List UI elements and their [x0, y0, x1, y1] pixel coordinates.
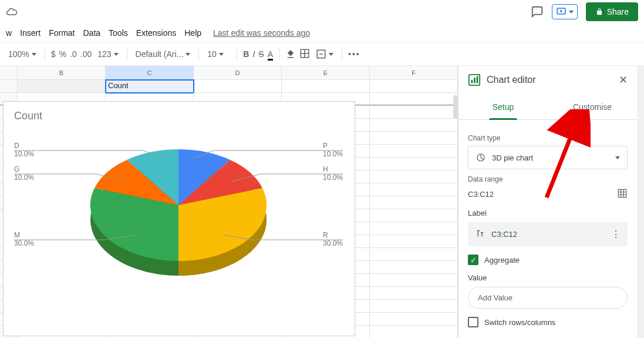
active-cell[interactable]: Count: [106, 80, 194, 93]
select-all-handle[interactable]: [0, 66, 18, 79]
data-range-value[interactable]: C3:C12: [468, 190, 494, 199]
menu-help[interactable]: Help: [184, 28, 201, 38]
close-icon[interactable]: ✕: [619, 73, 628, 86]
borders-button[interactable]: [299, 48, 310, 61]
data-range-label: Data range: [468, 175, 628, 183]
menu-tools[interactable]: Tools: [109, 28, 128, 38]
more-vert-icon[interactable]: ⋮: [611, 229, 621, 240]
currency-button[interactable]: $: [51, 49, 56, 59]
toolbar: 100% $ % .0 .00 123 Default (Ari... 10 B…: [0, 42, 644, 66]
merge-button[interactable]: [313, 48, 336, 61]
svg-line-9: [96, 174, 126, 182]
present-button[interactable]: [552, 4, 578, 19]
font-select[interactable]: Default (Ari...: [133, 48, 193, 60]
svg-line-13: [193, 150, 214, 158]
cloud-save-icon: [6, 6, 18, 18]
caret-down-icon: [329, 53, 333, 56]
caret-down-icon: [32, 53, 36, 56]
share-label: Share: [607, 7, 629, 16]
svg-line-15: [231, 174, 261, 182]
value-section: Value: [468, 273, 628, 282]
menu-format[interactable]: Format: [49, 28, 75, 38]
italic-button[interactable]: I: [252, 49, 255, 59]
menu-insert[interactable]: Insert: [20, 28, 41, 38]
pie-3d-icon: [476, 152, 486, 163]
caret-down-icon: [114, 53, 119, 56]
col-header[interactable]: F: [370, 66, 458, 79]
svg-line-7: [143, 150, 164, 158]
side-panel-gutter: [637, 66, 644, 338]
checkbox-checked-icon: ✓: [468, 255, 478, 265]
strike-button[interactable]: S: [258, 49, 264, 59]
menu-view[interactable]: w: [6, 28, 12, 38]
more-toolbar-button[interactable]: •••: [348, 49, 360, 59]
text-format-icon: [475, 228, 485, 240]
decrease-decimal-button[interactable]: .0: [70, 49, 77, 59]
svg-rect-21: [477, 76, 478, 83]
add-value-button[interactable]: Add Value: [468, 287, 628, 309]
switch-rows-cols-checkbox[interactable]: Switch rows/columns: [468, 317, 628, 327]
svg-line-17: [222, 235, 252, 240]
cell[interactable]: [18, 80, 106, 93]
checkbox-unchecked-icon: [468, 317, 478, 327]
col-header[interactable]: E: [282, 66, 370, 79]
menu-extensions[interactable]: Extensions: [136, 28, 176, 38]
svg-rect-20: [474, 78, 476, 83]
col-header[interactable]: C: [106, 66, 194, 79]
cell[interactable]: [370, 106, 458, 119]
aggregate-checkbox[interactable]: ✓ Aggregate: [468, 255, 628, 265]
chart-editor-icon: [468, 73, 481, 86]
spreadsheet-area[interactable]: B C D E F Count: [0, 66, 458, 338]
select-range-icon[interactable]: [617, 188, 628, 200]
embedded-chart[interactable]: Count: [3, 101, 355, 336]
cell[interactable]: [282, 80, 370, 93]
comments-icon[interactable]: [531, 5, 544, 18]
bold-button[interactable]: B: [243, 49, 249, 59]
caret-down-icon: [186, 53, 190, 56]
text-color-button[interactable]: A: [268, 49, 273, 59]
last-edit-link[interactable]: Last edit was seconds ago: [213, 28, 310, 38]
tab-setup[interactable]: Setup: [458, 94, 548, 119]
svg-rect-19: [471, 80, 473, 83]
caret-down-icon: [615, 156, 620, 159]
col-header[interactable]: D: [194, 66, 282, 79]
lock-icon: [595, 8, 603, 16]
tab-customise[interactable]: Customise: [548, 94, 637, 119]
menu-bar: w Insert Format Data Tools Extensions He…: [0, 24, 644, 42]
fill-color-button[interactable]: [285, 48, 296, 61]
increase-decimal-button[interactable]: .00: [80, 49, 92, 59]
label-series-chip[interactable]: C3:C12 ⋮: [468, 222, 628, 246]
switch-label: Switch rows/columns: [484, 318, 555, 327]
zoom-value: 100%: [8, 49, 29, 59]
caret-down-icon: [569, 11, 574, 14]
leader-lines: [14, 132, 343, 308]
row-header[interactable]: [0, 80, 18, 93]
percent-button[interactable]: %: [59, 49, 66, 59]
cell[interactable]: [370, 80, 458, 93]
label-section: Label: [468, 209, 628, 217]
font-value: Default (Ari...: [136, 49, 184, 59]
chart-type-value: 3D pie chart: [492, 153, 533, 162]
chart-type-select[interactable]: 3D pie chart: [468, 146, 628, 169]
caret-down-icon: [219, 53, 224, 56]
col-header[interactable]: B: [18, 66, 106, 79]
zoom-select[interactable]: 100%: [6, 48, 39, 60]
share-button[interactable]: Share: [586, 2, 638, 21]
vertical-scrollbar[interactable]: [453, 95, 458, 119]
chart-title: Count: [14, 110, 344, 122]
label-series-value: C3:C12: [491, 230, 517, 239]
numfmt-value: 123: [97, 49, 111, 59]
font-size-select[interactable]: 10: [205, 48, 231, 60]
title-bar: Share: [0, 0, 644, 24]
number-format-select[interactable]: 123: [95, 48, 120, 60]
svg-rect-23: [618, 189, 626, 198]
chart-type-label: Chart type: [468, 134, 628, 142]
aggregate-label: Aggregate: [484, 256, 520, 265]
cell[interactable]: [194, 80, 282, 93]
column-headers: B C D E F: [0, 66, 458, 80]
chart-editor-panel: Chart editor ✕ Setup Customise Chart typ…: [458, 66, 637, 338]
panel-title: Chart editor: [487, 75, 536, 85]
cell[interactable]: [370, 93, 458, 105]
svg-line-11: [105, 235, 137, 240]
menu-data[interactable]: Data: [83, 28, 100, 38]
